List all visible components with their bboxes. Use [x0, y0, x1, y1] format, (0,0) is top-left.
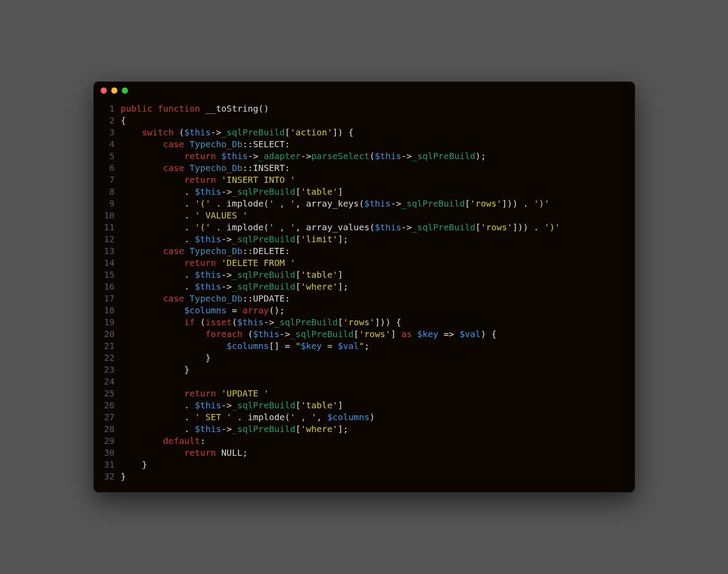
code-line[interactable]: 25 return 'UPDATE ' — [102, 388, 627, 400]
code-content: . $this->_sqlPreBuild['where']; — [121, 423, 627, 435]
code-content: return 'INSERT INTO ' — [121, 174, 627, 186]
line-number: 19 — [102, 316, 115, 328]
line-number: 7 — [102, 174, 115, 186]
close-icon[interactable] — [101, 87, 107, 94]
line-number: 21 — [102, 340, 115, 352]
code-content: return 'DELETE FROM ' — [121, 257, 627, 269]
code-content: return $this->_adapter->parseSelect($thi… — [121, 150, 627, 162]
code-line[interactable]: 30 return NULL; — [102, 447, 627, 459]
line-number: 16 — [102, 281, 115, 293]
code-line[interactable]: 12 . $this->_sqlPreBuild['limit']; — [102, 233, 627, 245]
line-number: 25 — [102, 388, 115, 400]
code-line[interactable]: 14 return 'DELETE FROM ' — [102, 257, 627, 269]
code-line[interactable]: 17 case Typecho_Db::UPDATE: — [102, 293, 627, 305]
code-line[interactable]: 29 default: — [102, 435, 627, 447]
code-line[interactable]: 10 . ' VALUES ' — [102, 210, 627, 222]
line-number: 32 — [102, 471, 115, 483]
code-content: case Typecho_Db::UPDATE: — [121, 293, 627, 305]
code-line[interactable]: 21 $columns[] = "$key = $val"; — [102, 340, 627, 352]
line-number: 14 — [102, 257, 115, 269]
code-line[interactable]: 22 } — [102, 352, 627, 364]
code-content: case Typecho_Db::DELETE: — [121, 245, 627, 257]
code-content: foreach ($this->_sqlPreBuild['rows'] as … — [121, 328, 627, 340]
code-content: . $this->_sqlPreBuild['table'] — [121, 269, 627, 281]
code-line[interactable]: 2{ — [102, 115, 627, 127]
code-line[interactable]: 5 return $this->_adapter->parseSelect($t… — [102, 150, 627, 162]
code-content: return 'UPDATE ' — [121, 388, 627, 400]
line-number: 18 — [102, 305, 115, 316]
minimize-icon[interactable] — [111, 87, 117, 94]
line-number: 20 — [102, 328, 115, 340]
screenshot-root: 1public function __toString()2{3 switch … — [0, 0, 728, 574]
code-content — [121, 376, 627, 388]
code-line[interactable]: 26 . $this->_sqlPreBuild['table'] — [102, 400, 627, 411]
line-number: 28 — [102, 423, 115, 435]
code-content: switch ($this->_sqlPreBuild['action']) { — [121, 127, 627, 138]
code-line[interactable]: 1public function __toString() — [102, 103, 627, 115]
code-line[interactable]: 32} — [102, 471, 627, 483]
line-number: 4 — [102, 138, 115, 150]
line-number: 9 — [102, 198, 115, 210]
line-number: 5 — [102, 150, 115, 162]
code-content: default: — [121, 435, 627, 447]
code-line[interactable]: 15 . $this->_sqlPreBuild['table'] — [102, 269, 627, 281]
code-line[interactable]: 18 $columns = array(); — [102, 305, 627, 316]
line-number: 8 — [102, 186, 115, 198]
code-line[interactable]: 24 — [102, 376, 627, 388]
code-line[interactable]: 23 } — [102, 364, 627, 376]
code-content: { — [121, 115, 627, 127]
code-content: . ' VALUES ' — [121, 210, 627, 222]
line-number: 6 — [102, 162, 115, 174]
code-line[interactable]: 3 switch ($this->_sqlPreBuild['action'])… — [102, 127, 627, 138]
line-number: 29 — [102, 435, 115, 447]
line-number: 27 — [102, 411, 115, 423]
code-content: . $this->_sqlPreBuild['where']; — [121, 281, 627, 293]
line-number: 30 — [102, 447, 115, 459]
code-line[interactable]: 8 . $this->_sqlPreBuild['table'] — [102, 186, 627, 198]
line-number: 26 — [102, 400, 115, 411]
code-content: } — [121, 471, 627, 483]
titlebar — [94, 82, 635, 99]
code-content: . '(' . implode(' , ', array_values($thi… — [121, 222, 627, 233]
code-line[interactable]: 27 . ' SET ' . implode(' , ', $columns) — [102, 411, 627, 423]
line-number: 22 — [102, 352, 115, 364]
line-number: 12 — [102, 233, 115, 245]
code-line[interactable]: 28 . $this->_sqlPreBuild['where']; — [102, 423, 627, 435]
code-line[interactable]: 7 return 'INSERT INTO ' — [102, 174, 627, 186]
code-line[interactable]: 31 } — [102, 459, 627, 471]
code-content: } — [121, 352, 627, 364]
line-number: 13 — [102, 245, 115, 257]
code-line[interactable]: 13 case Typecho_Db::DELETE: — [102, 245, 627, 257]
line-number: 11 — [102, 222, 115, 233]
line-number: 31 — [102, 459, 115, 471]
code-line[interactable]: 6 case Typecho_Db::INSERT: — [102, 162, 627, 174]
code-line[interactable]: 16 . $this->_sqlPreBuild['where']; — [102, 281, 627, 293]
code-line[interactable]: 20 foreach ($this->_sqlPreBuild['rows'] … — [102, 328, 627, 340]
code-content: } — [121, 364, 627, 376]
code-content: . '(' . implode(' , ', array_keys($this-… — [121, 198, 627, 210]
code-content: . $this->_sqlPreBuild['table'] — [121, 186, 627, 198]
code-content: case Typecho_Db::SELECT: — [121, 138, 627, 150]
code-content: . ' SET ' . implode(' , ', $columns) — [121, 411, 627, 423]
code-content: case Typecho_Db::INSERT: — [121, 162, 627, 174]
editor-window: 1public function __toString()2{3 switch … — [93, 81, 635, 493]
line-number: 2 — [102, 115, 115, 127]
code-content: if (isset($this->_sqlPreBuild['rows'])) … — [121, 316, 627, 328]
line-number: 15 — [102, 269, 115, 281]
line-number: 10 — [102, 210, 115, 222]
code-content: } — [121, 459, 627, 471]
code-content: . $this->_sqlPreBuild['table'] — [121, 400, 627, 411]
line-number: 24 — [102, 376, 115, 388]
code-content: $columns = array(); — [121, 305, 627, 316]
code-line[interactable]: 19 if (isset($this->_sqlPreBuild['rows']… — [102, 316, 627, 328]
code-line[interactable]: 4 case Typecho_Db::SELECT: — [102, 138, 627, 150]
code-line[interactable]: 9 . '(' . implode(' , ', array_keys($thi… — [102, 198, 627, 210]
line-number: 1 — [102, 103, 115, 115]
zoom-icon[interactable] — [122, 87, 128, 94]
code-content: $columns[] = "$key = $val"; — [121, 340, 627, 352]
code-editor[interactable]: 1public function __toString()2{3 switch … — [94, 99, 635, 492]
line-number: 17 — [102, 293, 115, 305]
code-line[interactable]: 11 . '(' . implode(' , ', array_values($… — [102, 222, 627, 233]
code-content: . $this->_sqlPreBuild['limit']; — [121, 233, 627, 245]
code-content: public function __toString() — [121, 103, 627, 115]
